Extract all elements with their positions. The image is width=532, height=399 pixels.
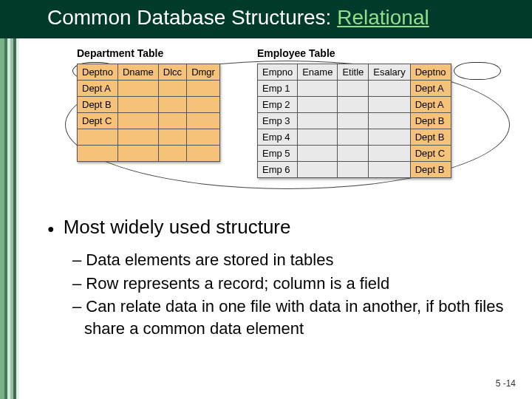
department-table-wrap: Department Table Deptno Dname Dlcc Dmgr …: [77, 47, 220, 162]
bullet-sub: Data elements are stored in tables: [72, 249, 505, 271]
employee-table: Empno Ename Etitle Esalary Deptno Emp 1D…: [257, 64, 451, 178]
table-row: Emp 1Dept A: [258, 81, 451, 97]
body-text: Most widely used structure Data elements…: [47, 216, 505, 341]
emp-h0: Empno: [258, 64, 298, 81]
table-row: Emp 6Dept B: [258, 162, 451, 178]
bullet-main: Most widely used structure: [47, 216, 505, 239]
table-row: Dept C: [78, 113, 220, 129]
dept-h3: Dmgr: [187, 64, 220, 81]
table-row: Emp 2Dept A: [258, 97, 451, 113]
side-decoration: [0, 38, 19, 399]
emp-h1: Ename: [298, 64, 338, 81]
table-row: Emp 3Dept B: [258, 113, 451, 129]
emp-h2: Etitle: [338, 64, 369, 81]
table-row: [78, 146, 220, 162]
emp-h4: Deptno: [410, 64, 451, 81]
dept-h2: Dlcc: [158, 64, 186, 81]
relational-diagram: Department Table Deptno Dname Dlcc Dmgr …: [43, 44, 499, 192]
employee-table-label: Employee Table: [257, 47, 451, 59]
department-table-label: Department Table: [77, 47, 220, 59]
bullet-sub: Can relate data in one file with data in…: [72, 296, 505, 339]
department-table: Deptno Dname Dlcc Dmgr Dept A Dept B Dep…: [77, 64, 220, 162]
table-row: Emp 5Dept C: [258, 146, 451, 162]
slide-title: Common Database Structures: Relational: [0, 0, 532, 30]
table-row: Emp 4Dept B: [258, 129, 451, 146]
employee-table-wrap: Employee Table Empno Ename Etitle Esalar…: [257, 47, 451, 178]
page-number: 5 -14: [496, 378, 516, 389]
dept-h0: Deptno: [78, 64, 118, 81]
title-prefix: Common Database Structures:: [47, 6, 337, 29]
dept-h1: Dname: [117, 64, 158, 81]
deptno-fk-oval: [454, 62, 501, 80]
title-highlight: Relational: [337, 6, 429, 29]
table-row: Dept B: [78, 97, 220, 113]
emp-h3: Esalary: [369, 64, 410, 81]
bullet-sub: Row represents a record; column is a fie…: [72, 273, 505, 295]
table-row: [78, 129, 220, 146]
table-row: Dept A: [78, 81, 220, 97]
title-bar: Common Database Structures: Relational: [0, 0, 532, 38]
